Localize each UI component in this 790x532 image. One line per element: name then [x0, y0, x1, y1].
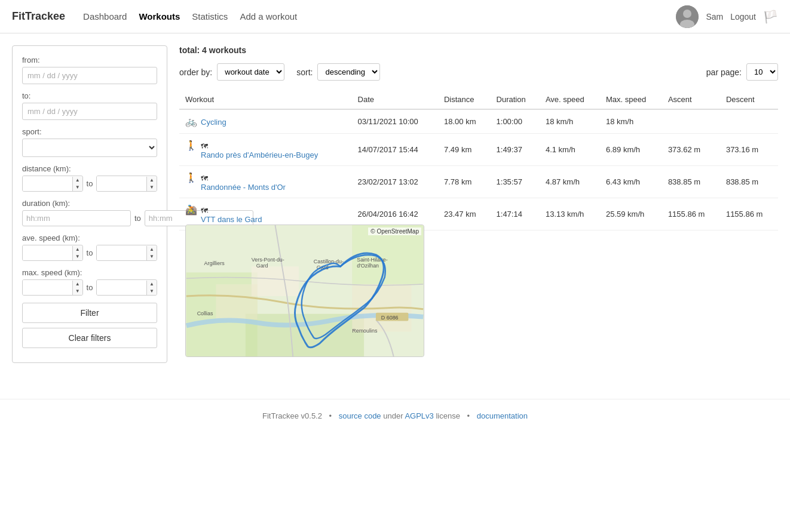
distance-to-sep: to	[87, 179, 93, 188]
workout-name-cell-2: 🚶🗺 Randonnée - Monts d'Or	[179, 166, 352, 198]
distance-max-input[interactable]	[97, 176, 146, 191]
sort-label: sort:	[296, 67, 313, 77]
workout-link-1[interactable]: Rando près d'Ambérieu-en-Bugey	[201, 150, 318, 159]
from-label: from:	[22, 56, 157, 64]
duration-cell-2: 1:35:57	[491, 166, 540, 198]
nav-user-name[interactable]: Sam	[706, 12, 723, 21]
summary-line: total: 4 workouts	[179, 45, 778, 55]
footer-license-link[interactable]: AGPLv3	[405, 411, 433, 420]
footer-version: v0.5.2	[301, 411, 322, 420]
total-label: total:	[179, 45, 200, 55]
table-row: 🚲Cycling03/11/2021 10:0018.00 km1:00:001…	[179, 109, 778, 134]
workout-name-wrap-2: 🗺 Randonnée - Monts d'Or	[201, 174, 286, 192]
distance-label: distance (km):	[22, 164, 157, 173]
ave_speed-cell-2: 4.87 km/h	[540, 166, 600, 198]
sport-icon-3: 🚵	[185, 205, 197, 215]
filter-button[interactable]: Filter	[22, 303, 157, 323]
ave-speed-max-down[interactable]: ▼	[147, 253, 157, 260]
total-value: 4 workouts	[202, 45, 246, 55]
ave_speed-cell-1: 4.1 km/h	[540, 134, 600, 166]
ave-speed-max-up[interactable]: ▲	[147, 246, 157, 253]
max-speed-min-input[interactable]	[23, 280, 72, 295]
distance-max-up[interactable]: ▲	[147, 177, 157, 184]
workout-link-2[interactable]: Randonnée - Monts d'Or	[201, 183, 286, 192]
brand-logo[interactable]: FitTrackee	[12, 10, 65, 23]
col-duration: Duration	[491, 90, 540, 109]
footer-bullet1: •	[329, 411, 332, 420]
workout-table: Workout Date Distance Duration Ave. spee…	[179, 90, 778, 230]
distance-max-down[interactable]: ▼	[147, 184, 157, 191]
map-attribution: © OpenStreetMap	[368, 227, 421, 235]
footer: FitTrackee v0.5.2 • source code under AG…	[0, 399, 790, 432]
footer-bullet2: •	[467, 411, 470, 420]
max-speed-max-up[interactable]: ▲	[147, 281, 157, 288]
table-row: 🚶🗺 Rando près d'Ambérieu-en-Bugey14/07/2…	[179, 134, 778, 166]
order-by-select[interactable]: workout date distance duration ave. spee…	[217, 63, 284, 81]
sort-select[interactable]: descending ascending	[317, 63, 380, 81]
footer-brand: FitTrackee	[262, 411, 299, 420]
distance-min-down[interactable]: ▼	[73, 184, 82, 191]
col-ave-speed: Ave. speed	[540, 90, 600, 109]
workout-name-wrap-3: 🗺 VTT dans le Gard	[201, 207, 262, 224]
page-layout: from: to: sport: distance (km): ▲ ▼ to ▲	[0, 33, 790, 375]
workout-link-3[interactable]: VTT dans le Gard	[201, 215, 262, 224]
svg-point-1	[683, 10, 691, 18]
max-speed-max-input[interactable]	[97, 280, 146, 295]
sport-label: sport:	[22, 127, 157, 136]
ave-speed-min-up[interactable]: ▲	[73, 246, 82, 253]
par-page-label: par page:	[706, 67, 742, 77]
distance-min-wrap: ▲ ▼	[22, 176, 83, 192]
workout-name-cell-0: 🚲Cycling	[179, 109, 352, 134]
nav-statistics[interactable]: Statistics	[192, 11, 228, 21]
date-cell-0: 03/11/2021 10:00	[352, 109, 438, 134]
max-speed-max-spinners: ▲ ▼	[146, 281, 157, 295]
footer-doc-link[interactable]: documentation	[477, 411, 528, 420]
sport-icon-0: 🚲	[185, 116, 197, 127]
nav-logout[interactable]: Logout	[730, 12, 756, 21]
col-workout: Workout	[179, 90, 352, 109]
max_speed-cell-0: 18 km/h	[600, 109, 662, 134]
ave-speed-max-input[interactable]	[97, 245, 146, 260]
ave-speed-range: ▲ ▼ to ▲ ▼	[22, 245, 157, 261]
max_speed-cell-2: 6.43 km/h	[600, 166, 662, 198]
ave-speed-min-input[interactable]	[23, 245, 72, 260]
to-input[interactable]	[22, 103, 157, 120]
sport-icon-2: 🚶	[185, 173, 197, 183]
from-input[interactable]	[22, 67, 157, 84]
max-speed-to-sep: to	[87, 283, 93, 292]
distance-min-input[interactable]	[23, 176, 72, 191]
per-page-select[interactable]: 10 20 50	[746, 63, 778, 81]
table-header: Workout Date Distance Duration Ave. spee…	[179, 90, 778, 109]
clear-filters-button[interactable]: Clear filters	[22, 328, 157, 348]
svg-text:D 6086: D 6086	[381, 315, 399, 321]
par-page-group: par page: 10 20 50	[706, 63, 778, 81]
footer-source-link[interactable]: source code	[339, 411, 381, 420]
order-by-group: order by: workout date distance duration…	[179, 63, 284, 81]
col-ascent: Ascent	[662, 90, 720, 109]
duration-cell-1: 1:49:37	[491, 134, 540, 166]
workout-name-wrap-1: 🗺 Rando près d'Ambérieu-en-Bugey	[201, 142, 318, 159]
navbar: FitTrackee Dashboard Workouts Statistics…	[0, 0, 790, 33]
distance-max-spinners: ▲ ▼	[146, 177, 157, 191]
nav-dashboard[interactable]: Dashboard	[83, 11, 127, 21]
max-speed-min-down[interactable]: ▼	[73, 288, 82, 295]
sport-select[interactable]	[22, 139, 157, 157]
max-speed-min-up[interactable]: ▲	[73, 281, 82, 288]
nav-links: Dashboard Workouts Statistics Add a work…	[83, 11, 676, 21]
duration-min-input[interactable]	[22, 210, 131, 226]
map-icon-2: 🗺	[201, 174, 284, 183]
svg-text:d'Ozilhan: d'Ozilhan	[357, 263, 379, 269]
nav-add-workout[interactable]: Add a workout	[240, 11, 297, 21]
max-speed-max-down[interactable]: ▼	[147, 288, 157, 295]
workout-link-0[interactable]: Cycling	[201, 118, 226, 127]
ave-speed-min-down[interactable]: ▼	[73, 253, 82, 260]
sport-icon-1: 🚶	[185, 140, 197, 150]
max_speed-cell-1: 6.89 km/h	[600, 134, 662, 166]
footer-license-suffix: license	[436, 411, 460, 420]
distance-min-up[interactable]: ▲	[73, 177, 82, 184]
nav-workouts[interactable]: Workouts	[139, 11, 180, 21]
svg-text:Collias: Collias	[197, 310, 213, 316]
map-svg: D 6086 Argilliers Vers-Pont-du- Gard Cas…	[186, 225, 424, 356]
descent-cell-2: 838.85 m	[720, 166, 778, 198]
footer-under: under	[383, 411, 403, 420]
